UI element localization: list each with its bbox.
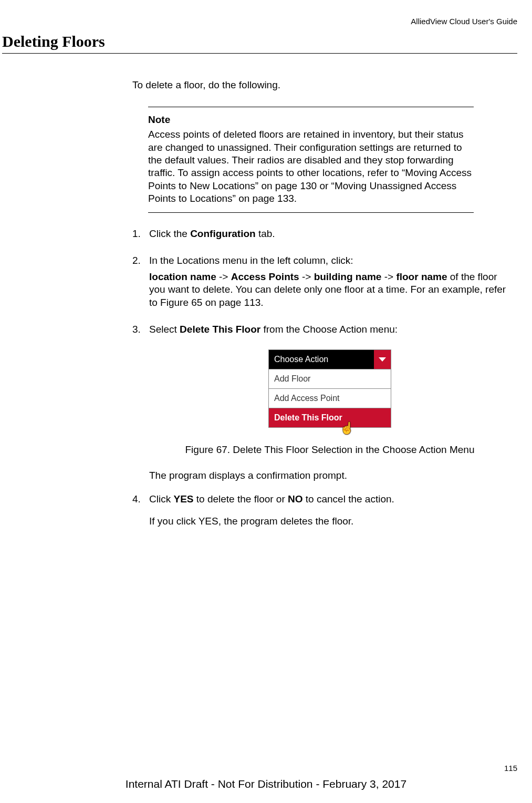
step-4-body: Click YES to delete the floor or NO to c…: [149, 493, 510, 531]
note-box: Note Access points of deleted floors are…: [148, 107, 474, 213]
step-2-building: building name: [314, 271, 382, 282]
step-1-pre: Click the: [149, 228, 190, 239]
step-3-body: Select Delete This Floor from the Choose…: [149, 323, 510, 339]
step-1-bold: Configuration: [190, 228, 256, 239]
figure-67: Choose Action Add Floor Add Access Point…: [149, 349, 510, 457]
step-1-post: tab.: [256, 228, 275, 239]
step-4-number: 4.: [132, 493, 149, 506]
title-underline: [2, 53, 517, 54]
step-1-number: 1.: [132, 228, 149, 241]
step-2-access-points: Access Points: [231, 271, 299, 282]
step-3: 3. Select Delete This Floor from the Cho…: [132, 323, 510, 339]
step-4-mid: to delete the floor or: [193, 493, 288, 505]
dropdown-option-delete-label: Delete This Floor: [274, 413, 342, 424]
step-4-pre: Click: [149, 493, 173, 505]
intro-text: To delete a floor, do the following.: [132, 79, 510, 92]
step-1-body: Click the Configuration tab.: [149, 228, 510, 244]
step-4-post: to cancel the action.: [303, 493, 394, 505]
step-4: 4. Click YES to delete the floor or NO t…: [132, 493, 510, 531]
section-title: Deleting Floors: [2, 33, 105, 50]
step-2-location: location name: [149, 271, 216, 282]
step-3-bold: Delete This Floor: [180, 324, 260, 335]
step-3-number: 3.: [132, 323, 149, 336]
doc-title-header: AlliedView Cloud User's Guide: [411, 17, 517, 26]
note-label: Note: [148, 114, 474, 127]
step-2-arrow-3: ->: [381, 271, 396, 282]
step-2-line1: In the Locations menu in the left column…: [149, 254, 510, 267]
step-4-yes: YES: [173, 493, 193, 505]
footer-watermark: Internal ATI Draft - Not For Distributio…: [0, 778, 532, 790]
dropdown-header[interactable]: Choose Action: [268, 349, 391, 369]
body-column: To delete a floor, do the following. Not…: [132, 79, 510, 542]
figure-caption: Figure 67. Delete This Floor Selection i…: [149, 444, 510, 457]
step-2: 2. In the Locations menu in the left col…: [132, 254, 510, 313]
step-2-body: In the Locations menu in the left column…: [149, 254, 510, 313]
page-number: 115: [504, 764, 517, 773]
figure-after-text: The program displays a confirmation prom…: [149, 469, 510, 482]
step-3-post: from the Choose Action menu:: [260, 324, 398, 335]
step-1: 1. Click the Configuration tab.: [132, 228, 510, 244]
step-2-number: 2.: [132, 254, 149, 267]
dropdown-arrow-button[interactable]: [374, 350, 391, 369]
step-4-after: If you click YES, the program deletes th…: [149, 515, 510, 528]
step-4-no: NO: [288, 493, 303, 505]
step-2-arrow-1: ->: [216, 271, 231, 282]
step-2-floor: floor name: [396, 271, 447, 282]
step-3-pre: Select: [149, 324, 180, 335]
dropdown-header-label: Choose Action: [274, 354, 328, 365]
step-2-arrow-2: ->: [299, 271, 314, 282]
choose-action-dropdown: Choose Action Add Floor Add Access Point…: [268, 349, 391, 428]
dropdown-option-add-floor[interactable]: Add Floor: [268, 369, 391, 388]
dropdown-option-add-access-point[interactable]: Add Access Point: [268, 388, 391, 408]
dropdown-option-delete-this-floor[interactable]: Delete This Floor ☝: [268, 408, 391, 428]
chevron-down-icon: [379, 357, 386, 362]
page: AlliedView Cloud User's Guide Deleting F…: [0, 0, 532, 803]
note-body: Access points of deleted floors are reta…: [148, 128, 474, 205]
